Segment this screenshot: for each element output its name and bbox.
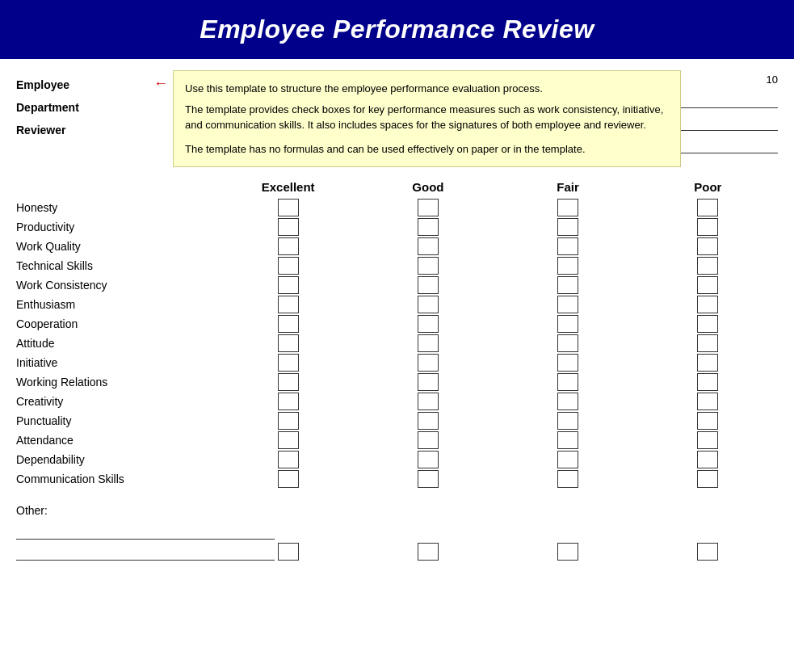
checkbox-good[interactable] bbox=[418, 296, 439, 313]
checkbox-poor[interactable] bbox=[697, 276, 718, 294]
checkbox-good[interactable] bbox=[418, 412, 439, 430]
checkbox-poor[interactable] bbox=[697, 470, 718, 488]
criteria-name: Work Consistency bbox=[16, 276, 218, 294]
other-cb-fair[interactable] bbox=[557, 543, 578, 561]
checkboxes-row bbox=[218, 431, 778, 449]
criteria-name: Working Relations bbox=[16, 373, 218, 391]
criteria-rows: HonestyProductivityWork QualityTechnical… bbox=[16, 199, 778, 488]
checkbox-poor[interactable] bbox=[697, 393, 718, 410]
rating-cols-header: Excellent Good Fair Poor bbox=[218, 180, 778, 194]
other-line-1[interactable] bbox=[16, 523, 275, 540]
checkbox-excellent[interactable] bbox=[278, 199, 299, 216]
checkbox-excellent[interactable] bbox=[278, 431, 299, 449]
checkbox-poor[interactable] bbox=[697, 315, 718, 333]
checkbox-poor[interactable] bbox=[697, 373, 718, 391]
checkbox-poor[interactable] bbox=[697, 451, 718, 468]
checkbox-good[interactable] bbox=[418, 315, 439, 333]
checkboxes-row bbox=[218, 257, 778, 275]
criteria-name: Attendance bbox=[16, 431, 218, 449]
checkbox-cell-excellent bbox=[256, 296, 321, 313]
checkbox-fair[interactable] bbox=[557, 199, 578, 216]
checkbox-cell-fair bbox=[536, 431, 600, 449]
field-line-2[interactable] bbox=[681, 115, 778, 131]
other-cb-poor[interactable] bbox=[697, 543, 718, 561]
checkbox-good[interactable] bbox=[418, 257, 439, 275]
checkbox-excellent[interactable] bbox=[278, 412, 299, 430]
checkbox-cell-fair bbox=[536, 373, 600, 391]
checkbox-good[interactable] bbox=[418, 373, 439, 391]
checkbox-good[interactable] bbox=[418, 451, 439, 468]
checkbox-excellent[interactable] bbox=[278, 354, 299, 372]
checkbox-excellent[interactable] bbox=[278, 334, 299, 352]
header-excellent: Excellent bbox=[256, 180, 321, 194]
checkbox-cell-fair bbox=[536, 276, 600, 294]
checkbox-fair[interactable] bbox=[557, 470, 578, 488]
checkbox-cell-excellent bbox=[256, 451, 321, 468]
checkbox-excellent[interactable] bbox=[278, 470, 299, 488]
checkbox-cell-fair bbox=[536, 315, 600, 333]
page-header: Employee Performance Review bbox=[0, 0, 794, 59]
field-line-3[interactable] bbox=[681, 137, 778, 153]
checkbox-fair[interactable] bbox=[557, 431, 578, 449]
checkbox-excellent[interactable] bbox=[278, 257, 299, 275]
checkbox-excellent[interactable] bbox=[278, 218, 299, 236]
checkbox-cell-poor bbox=[675, 470, 740, 488]
criteria-name: Initiative bbox=[16, 354, 218, 372]
checkbox-good[interactable] bbox=[418, 276, 439, 294]
checkbox-fair[interactable] bbox=[557, 373, 578, 391]
employee-info: Employee Department Reviewer bbox=[16, 67, 153, 141]
top-section: Employee Department Reviewer ← Use this … bbox=[16, 67, 778, 167]
checkbox-excellent[interactable] bbox=[278, 276, 299, 294]
checkboxes-row bbox=[218, 412, 778, 430]
checkbox-fair[interactable] bbox=[557, 451, 578, 468]
checkbox-fair[interactable] bbox=[557, 315, 578, 333]
checkbox-poor[interactable] bbox=[697, 354, 718, 372]
checkbox-good[interactable] bbox=[418, 393, 439, 410]
checkbox-poor[interactable] bbox=[697, 431, 718, 449]
checkbox-excellent[interactable] bbox=[278, 237, 299, 255]
checkbox-poor[interactable] bbox=[697, 296, 718, 313]
checkbox-fair[interactable] bbox=[557, 218, 578, 236]
checkbox-cell-good bbox=[396, 199, 460, 216]
checkbox-fair[interactable] bbox=[557, 354, 578, 372]
checkboxes-row bbox=[218, 393, 778, 410]
checkbox-good[interactable] bbox=[418, 470, 439, 488]
criteria-name: Productivity bbox=[16, 218, 218, 236]
checkbox-excellent[interactable] bbox=[278, 373, 299, 391]
header-fair: Fair bbox=[536, 180, 600, 194]
checkbox-fair[interactable] bbox=[557, 237, 578, 255]
checkbox-cell-good bbox=[396, 257, 460, 275]
checkboxes-row bbox=[218, 199, 778, 216]
checkbox-poor[interactable] bbox=[697, 237, 718, 255]
other-cb-excellent[interactable] bbox=[278, 543, 299, 561]
checkbox-poor[interactable] bbox=[697, 199, 718, 216]
checkbox-good[interactable] bbox=[418, 334, 439, 352]
criteria-name: Cooperation bbox=[16, 315, 218, 333]
checkbox-fair[interactable] bbox=[557, 334, 578, 352]
arrow-icon: ← bbox=[153, 75, 168, 92]
checkbox-good[interactable] bbox=[418, 199, 439, 216]
checkbox-poor[interactable] bbox=[697, 218, 718, 236]
checkbox-fair[interactable] bbox=[557, 276, 578, 294]
checkbox-good[interactable] bbox=[418, 218, 439, 236]
checkbox-fair[interactable] bbox=[557, 412, 578, 430]
checkbox-fair[interactable] bbox=[557, 257, 578, 275]
checkbox-excellent[interactable] bbox=[278, 451, 299, 468]
checkbox-good[interactable] bbox=[418, 354, 439, 372]
checkbox-poor[interactable] bbox=[697, 257, 718, 275]
checkbox-cell-poor bbox=[675, 218, 740, 236]
checkbox-fair[interactable] bbox=[557, 296, 578, 313]
checkbox-excellent[interactable] bbox=[278, 393, 299, 410]
checkbox-excellent[interactable] bbox=[278, 296, 299, 313]
other-cb-good[interactable] bbox=[418, 543, 439, 561]
checkbox-poor[interactable] bbox=[697, 412, 718, 430]
checkbox-fair[interactable] bbox=[557, 393, 578, 410]
checkbox-excellent[interactable] bbox=[278, 315, 299, 333]
checkbox-poor[interactable] bbox=[697, 334, 718, 352]
checkbox-good[interactable] bbox=[418, 431, 439, 449]
checkbox-cell-excellent bbox=[256, 218, 321, 236]
checkbox-good[interactable] bbox=[418, 237, 439, 255]
checkbox-cell-poor bbox=[675, 296, 740, 313]
field-line-1[interactable] bbox=[681, 92, 778, 108]
checkbox-cell-excellent bbox=[256, 373, 321, 391]
